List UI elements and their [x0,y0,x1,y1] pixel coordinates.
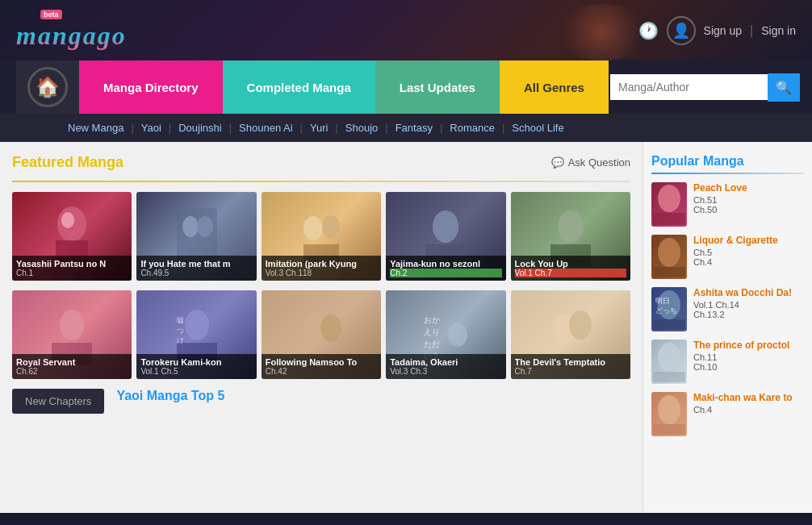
home-circle[interactable]: 🏠 [27,67,68,107]
featured-title: Featured Manga [12,154,123,171]
user-icon[interactable]: 👤 [667,16,696,45]
manga-card-1[interactable]: Yasashii Pantsu no N Ch.1 [12,192,132,281]
manga-name-6: Royal Servant [16,357,128,367]
featured-header: Featured Manga 💬 Ask Question [12,154,630,171]
left-content: Featured Manga 💬 Ask Question Yasashii P… [0,142,642,513]
logo-text[interactable]: mangago [16,21,127,51]
tab-last-updates[interactable]: Last Updates [375,60,500,114]
right-sidebar: Popular Manga Peach Love Ch.51 Ch.50 [642,142,812,513]
popular-ch2-1: Ch.50 [693,205,804,215]
manga-info-8: Following Namsoo To Ch.42 [262,354,381,379]
sep2: | [169,122,171,134]
svg-point-31 [658,238,680,267]
manga-name-7: Torokeru Kami-kon [140,357,252,367]
ask-question[interactable]: 💬 Ask Question [551,156,630,169]
subnav-shounen-ai[interactable]: Shounen Ai [236,120,296,135]
manga-card-3[interactable]: Imitation (park Kyung Vol.3 Ch.118 [262,192,381,281]
manga-card-9[interactable]: おか えり ただ いま Tadaima, Okaeri Vol.3 Ch.3 [386,290,505,379]
popular-item-5[interactable]: Maki-chan wa Kare to Ch.4 [651,392,804,436]
popular-ch1-4: Ch.11 [693,352,804,362]
beta-badge: beta [40,10,62,19]
popular-divider [651,173,804,174]
featured-divider [12,181,630,182]
search-button[interactable]: 🔍 [768,73,800,102]
manga-card-8[interactable]: Following Namsoo To Ch.42 [262,290,381,379]
subnav-yaoi[interactable]: Yaoi [138,120,165,135]
subnav-romance[interactable]: Romance [446,120,498,135]
manga-card-10[interactable]: The Devil's Temptatio Ch.7 [511,290,630,379]
tab-completed-manga[interactable]: Completed Manga [223,60,375,114]
subnav-yuri[interactable]: Yuri [307,120,331,135]
svg-rect-34 [653,319,685,330]
popular-name-4: The prince of proctol [693,340,804,351]
svg-rect-32 [653,267,685,277]
signup-link[interactable]: Sign up [704,24,742,37]
popular-thumb-svg-5 [651,392,687,436]
popular-ch2-2: Ch.4 [693,257,804,267]
manga-card-7[interactable]: 嘘 つ け Torokeru Kami-kon Vol.1 Ch.5 [136,290,256,379]
sep5: | [335,122,337,134]
popular-thumb-svg-3: 明日 どっち [651,287,687,331]
manga-chapter-6: Ch.62 [16,367,128,376]
signin-link[interactable]: Sign in [761,24,796,37]
sep4: | [300,122,303,134]
header-right: 🕐 👤 Sign up | Sign in [638,16,796,45]
popular-thumb-4 [651,340,687,384]
manga-chapter-1: Ch.1 [16,269,128,277]
popular-item-2[interactable]: Liquor & Cigarette Ch.5 Ch.4 [651,235,804,279]
svg-point-21 [320,315,341,342]
popular-title: Popular Manga [651,154,804,169]
svg-point-4 [182,216,199,237]
svg-text:嘘: 嘘 [177,316,184,324]
popular-ch1-3: Vol.1 Ch.14 [693,300,804,310]
sep6: | [385,122,387,134]
manga-card-6[interactable]: Royal Servant Ch.62 [12,290,132,379]
tab-all-genres[interactable]: All Genres [500,60,609,114]
sep1: | [131,122,133,134]
new-chapters-button[interactable]: New Chapters [12,389,104,414]
search-box: 🔍 [610,60,796,114]
popular-thumb-2 [651,235,687,279]
manga-name-10: The Devil's Temptatio [515,357,626,367]
manga-name-8: Following Namsoo To [266,357,377,367]
manga-info-1: Yasashii Pantsu no N Ch.1 [12,256,132,281]
subnav-fantasy[interactable]: Fantasy [392,120,436,135]
subnav-school-life[interactable]: School Life [509,120,567,135]
svg-point-7 [322,215,340,238]
clock-icon[interactable]: 🕐 [638,21,659,40]
popular-item-1[interactable]: Peach Love Ch.51 Ch.50 [651,182,804,227]
popular-thumb-svg-4 [651,340,687,384]
popular-item-3[interactable]: 明日 どっち Ashita wa Docchi Da! Vol.1 Ch.14 … [651,287,804,331]
manga-info-4: Yajima-kun no sezonl Ch.2 [386,256,505,281]
popular-thumb-svg-1 [651,182,687,227]
manga-chapter-5: Vol.1 Ch.7 [515,269,626,277]
manga-chapter-4: Ch.2 [390,269,501,277]
tab-manga-directory[interactable]: Manga Directory [79,60,223,114]
manga-name-4: Yajima-kun no sezonl [390,259,501,269]
nav-tabs: 🏠 Manga Directory Completed Manga Last U… [16,60,796,114]
home-icon: 🏠 [36,76,60,98]
manga-card-4[interactable]: Yajima-kun no sezonl Ch.2 [386,192,505,281]
manga-info-10: The Devil's Temptatio Ch.7 [511,354,630,379]
manga-info-9: Tadaima, Okaeri Vol.3 Ch.3 [386,354,505,379]
manga-chapter-9: Vol.3 Ch.3 [390,367,501,376]
bottom-section: New Chapters Yaoi Manga Top 5 [12,389,630,414]
subnav-shoujo[interactable]: Shoujo [342,120,381,135]
subnav-doujinshi[interactable]: Doujinshi [175,120,224,135]
svg-rect-40 [653,424,685,435]
manga-card-2[interactable]: If you Hate me that m Ch.49.5 [136,192,256,281]
manga-card-5[interactable]: Lock You Up Vol.1 Ch.7 [511,192,630,281]
main-content: Featured Manga 💬 Ask Question Yasashii P… [0,142,812,513]
popular-info-3: Ashita wa Docchi Da! Vol.1 Ch.14 Ch.13.2 [693,287,804,331]
logo: beta mangago [16,10,127,51]
yaoi-top5-label: Yaoi Manga Top 5 [116,389,224,414]
search-input[interactable] [610,74,768,100]
manga-name-3: Imitation (park Kyung [266,259,377,269]
manga-name-5: Lock You Up [515,259,626,269]
popular-item-4[interactable]: The prince of proctol Ch.11 Ch.10 [651,340,804,384]
popular-thumb-5 [651,392,687,436]
home-icon-box[interactable]: 🏠 [16,60,79,114]
manga-chapter-8: Ch.42 [266,367,377,376]
subnav-new-manga[interactable]: New Manga [65,120,127,135]
svg-point-28 [569,310,592,340]
